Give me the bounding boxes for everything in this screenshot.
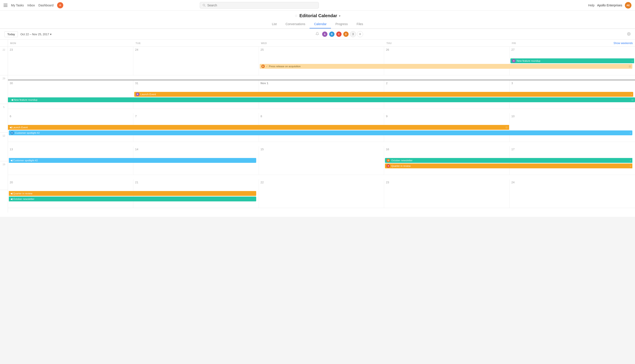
week-band-1: 23 24 25 26 27 A bbox=[8, 47, 635, 80]
help-button[interactable]: Help bbox=[588, 4, 595, 7]
day-oct24[interactable]: 24 bbox=[133, 47, 259, 75]
tab-calendar[interactable]: Calendar bbox=[310, 20, 331, 28]
day-nov7[interactable]: 7 bbox=[133, 113, 259, 142]
toolbar: Today Oct 22 – Nov 25, 2017 ▾ A B C D 3 … bbox=[0, 29, 635, 40]
week-num-5: 5 bbox=[0, 104, 8, 133]
today-button[interactable]: Today bbox=[5, 31, 18, 37]
col-header-mon: MON bbox=[8, 40, 133, 46]
date-range-chevron-icon: ▾ bbox=[50, 32, 52, 36]
today-num: Nov 1 bbox=[261, 82, 382, 85]
today-line bbox=[8, 80, 635, 80]
nav-right: Help Apollo Enterprises AE bbox=[588, 2, 631, 8]
star-icon[interactable]: ☆ bbox=[295, 14, 298, 18]
col-header-fri: FRI Show weekends bbox=[509, 40, 635, 46]
day-nov22[interactable]: 22 bbox=[259, 179, 384, 208]
tab-list[interactable]: List bbox=[267, 20, 281, 28]
day-nov24[interactable]: 24 bbox=[509, 179, 635, 208]
day-nov6[interactable]: 6 bbox=[8, 113, 133, 142]
member-avatar-3[interactable]: C bbox=[336, 31, 342, 37]
week-band-5: 20 21 22 23 24 ◀ Quarter in review bbox=[8, 179, 635, 212]
day-oct30[interactable]: 30 bbox=[8, 80, 133, 109]
col-header-thu: THU bbox=[384, 40, 509, 46]
user-avatar[interactable]: AE bbox=[625, 2, 631, 8]
week4-days: 13 14 15 16 17 bbox=[8, 146, 635, 175]
day-oct23[interactable]: 23 bbox=[8, 47, 133, 75]
week-band-4: 13 14 15 16 17 ◀ Customer spotlight #2 bbox=[8, 146, 635, 179]
col-header-tue: TUE bbox=[133, 40, 259, 46]
week2-days: 30 31 Nov 1 2 3 bbox=[8, 80, 635, 109]
nav-dashboard[interactable]: Dashboard bbox=[38, 4, 54, 7]
day-nov23[interactable]: 23 bbox=[384, 179, 509, 208]
col-header-wed: WED bbox=[259, 40, 384, 46]
calendar: 22 29 5 12 19 MON TUE WED THU FRI Show w… bbox=[0, 40, 635, 217]
search-icon bbox=[203, 4, 206, 7]
day-nov21[interactable]: 21 bbox=[133, 179, 259, 208]
search-bar[interactable] bbox=[200, 2, 319, 8]
day-nov13[interactable]: 13 bbox=[8, 146, 133, 175]
org-name[interactable]: Apollo Enterprises bbox=[597, 4, 622, 7]
day-oct27[interactable]: 27 bbox=[509, 47, 635, 75]
week-num-29: 29 bbox=[0, 75, 8, 104]
member-avatar-2[interactable]: B bbox=[329, 31, 335, 37]
tab-conversations[interactable]: Conversations bbox=[281, 20, 310, 28]
show-weekends-button[interactable]: Show weekends bbox=[613, 42, 633, 45]
day-oct25[interactable]: 25 bbox=[259, 47, 384, 75]
day-nov15[interactable]: 15 bbox=[259, 146, 384, 175]
member-avatar-4[interactable]: D bbox=[343, 31, 349, 37]
week5-days: 20 21 22 23 24 bbox=[8, 179, 635, 208]
top-nav: My Tasks Inbox Dashboard + Help Apollo E… bbox=[0, 0, 635, 10]
day-nov9[interactable]: 9 bbox=[384, 113, 509, 142]
tab-progress[interactable]: Progress bbox=[331, 20, 352, 28]
day-nov8[interactable]: 8 bbox=[259, 113, 384, 142]
day-nov16[interactable]: 16 bbox=[384, 146, 509, 175]
calendar-main: MON TUE WED THU FRI Show weekends 23 24 … bbox=[8, 40, 635, 212]
settings-icon[interactable] bbox=[627, 32, 630, 36]
day-nov20[interactable]: 20 bbox=[8, 179, 133, 208]
week-number-column: 22 29 5 12 19 bbox=[0, 40, 8, 212]
week-num-19: 19 bbox=[0, 161, 8, 190]
week3-days: 6 7 8 9 10 bbox=[8, 113, 635, 142]
svg-line-1 bbox=[205, 6, 206, 6]
page-tabs: List Conversations Calendar Progress Fil… bbox=[267, 20, 368, 28]
page-title: Editorial Calendar bbox=[299, 13, 337, 18]
member-count-badge[interactable]: 3 bbox=[350, 31, 356, 37]
day-nov3[interactable]: 3 bbox=[509, 80, 635, 109]
title-row: ☆ Editorial Calendar ▾ bbox=[295, 13, 340, 18]
avatars-row: A B C D 3 + bbox=[316, 31, 363, 37]
day-nov1[interactable]: Nov 1 bbox=[259, 80, 384, 109]
day-oct26[interactable]: 26 bbox=[384, 47, 509, 75]
nav-inbox[interactable]: Inbox bbox=[27, 4, 35, 7]
column-headers: MON TUE WED THU FRI Show weekends bbox=[8, 40, 635, 47]
week-band-2: 30 31 Nov 1 2 3 B Launch Event bbox=[8, 80, 635, 113]
svg-point-2 bbox=[628, 34, 629, 34]
hamburger-menu[interactable] bbox=[4, 4, 8, 7]
week-num-12: 12 bbox=[0, 133, 8, 161]
date-range[interactable]: Oct 22 – Nov 25, 2017 ▾ bbox=[21, 32, 52, 36]
dropdown-chevron-icon[interactable]: ▾ bbox=[339, 14, 340, 18]
bell-icon[interactable] bbox=[316, 32, 319, 36]
add-member-button[interactable]: + bbox=[357, 31, 363, 37]
week1-days: 23 24 25 26 27 bbox=[8, 47, 635, 75]
add-button[interactable]: + bbox=[57, 2, 63, 8]
page-header: ☆ Editorial Calendar ▾ List Conversation… bbox=[0, 10, 635, 29]
week-num-22: 22 bbox=[0, 47, 8, 75]
day-nov17[interactable]: 17 bbox=[509, 146, 635, 175]
nav-left: My Tasks Inbox Dashboard + bbox=[4, 2, 63, 8]
day-nov10[interactable]: 10 bbox=[509, 113, 635, 142]
nav-my-tasks[interactable]: My Tasks bbox=[11, 4, 24, 7]
member-avatar-1[interactable]: A bbox=[322, 31, 328, 37]
week-band-3: 6 7 8 9 10 ◀ Launch Event ⊡ bbox=[8, 113, 635, 146]
day-nov2[interactable]: 2 bbox=[384, 80, 509, 109]
tab-files[interactable]: Files bbox=[352, 20, 368, 28]
day-nov14[interactable]: 14 bbox=[133, 146, 259, 175]
day-oct31[interactable]: 31 bbox=[133, 80, 259, 109]
search-input[interactable] bbox=[207, 4, 316, 7]
